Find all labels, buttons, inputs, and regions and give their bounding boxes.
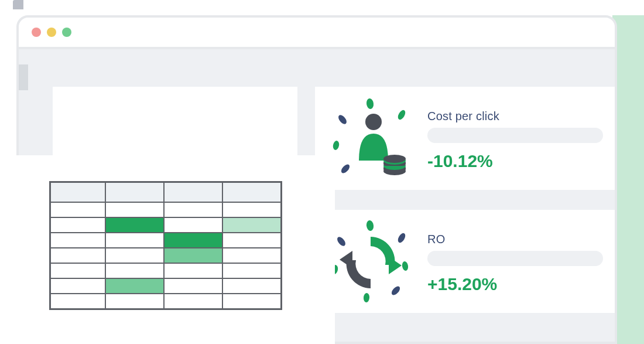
cell[interactable] [50,248,105,263]
cell[interactable] [164,202,222,217]
metric-value: +15.20% [427,274,603,294]
maximize-window-button[interactable] [62,28,71,37]
table-row [50,294,281,309]
cell[interactable] [164,294,222,309]
cell[interactable] [50,233,105,248]
metric-card-cpc: Cost per click -10.12% [315,87,617,190]
spreadsheet-grid[interactable] [49,181,282,310]
cell[interactable] [164,217,222,233]
cell[interactable] [50,217,105,233]
header-cell[interactable] [50,182,105,202]
sidebar-handle[interactable] [19,64,28,90]
table-row [50,278,281,294]
metric-card-ro: RO +15.20% [315,210,617,313]
close-window-button[interactable] [32,28,41,37]
cell[interactable] [222,278,281,294]
monitor-shadow [13,0,23,9]
cell[interactable] [222,263,281,278]
svg-point-0 [366,98,374,109]
svg-point-16 [396,232,407,244]
table-header-row [50,182,281,202]
svg-point-2 [332,140,340,151]
cell[interactable] [50,278,105,294]
cell[interactable] [222,233,281,248]
cell[interactable] [222,248,281,263]
cell[interactable] [222,217,281,233]
metric-value: -10.12% [427,151,603,171]
cell[interactable] [164,248,222,263]
table-row [50,202,281,217]
svg-point-12 [366,220,374,231]
cell[interactable] [105,278,164,294]
metric-label: RO [427,233,603,246]
spreadsheet-overlay [0,155,335,344]
svg-point-15 [363,293,369,302]
table-row [50,217,281,233]
svg-point-5 [365,114,382,130]
metric-placeholder-bar [427,251,603,266]
cell[interactable] [222,294,281,309]
header-cell[interactable] [105,182,164,202]
svg-marker-20 [340,251,352,268]
accent-stripe [612,15,644,344]
svg-point-4 [396,109,407,121]
cell[interactable] [105,217,164,233]
cell[interactable] [105,202,164,217]
cell[interactable] [164,263,222,278]
person-cost-icon [327,97,415,179]
svg-marker-19 [389,257,402,274]
cell[interactable] [105,233,164,248]
cell[interactable] [222,202,281,217]
cell[interactable] [50,202,105,217]
cell[interactable] [105,248,164,263]
table-row [50,263,281,278]
table-row [50,233,281,248]
window-titlebar [19,18,615,49]
cell[interactable] [105,294,164,309]
metric-label: Cost per click [427,110,603,123]
cell[interactable] [50,294,105,309]
cell[interactable] [50,263,105,278]
svg-point-11 [383,155,406,163]
header-cell[interactable] [222,182,281,202]
svg-point-17 [402,261,409,271]
svg-point-3 [340,163,351,175]
metric-placeholder-bar [427,128,603,143]
refresh-cycle-icon [327,220,415,302]
metrics-panel: Cost per click -10.12% [315,87,614,339]
table-row [50,248,281,263]
minimize-window-button[interactable] [47,28,56,37]
svg-point-1 [337,114,348,125]
cell[interactable] [164,278,222,294]
cell[interactable] [164,233,222,248]
cell[interactable] [105,263,164,278]
header-cell[interactable] [164,182,222,202]
svg-point-18 [390,285,401,297]
svg-point-13 [335,236,347,247]
